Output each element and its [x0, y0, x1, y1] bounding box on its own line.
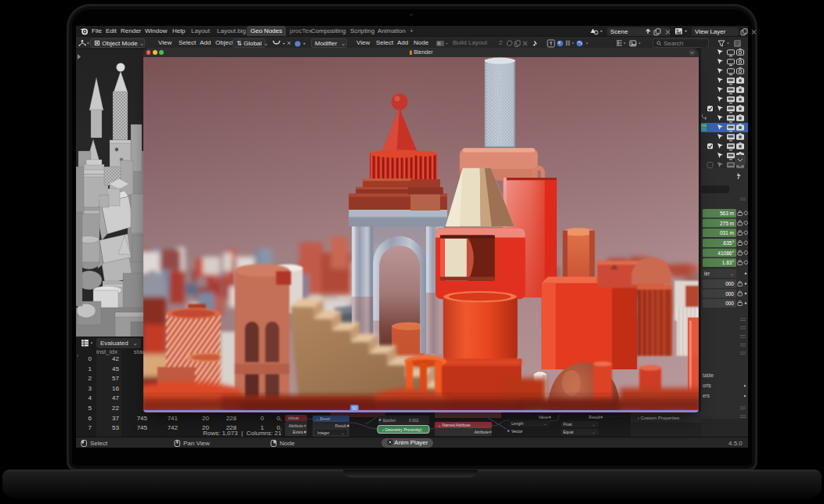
svg-text:› Custom Properties: › Custom Properties [638, 416, 679, 420]
svg-text:Integer: Integer [317, 430, 330, 435]
svg-text:563 m: 563 m [720, 211, 734, 216]
svg-text:› Geometry Proximity): › Geometry Proximity) [382, 427, 422, 432]
svg-text:1.83°: 1.83° [722, 260, 735, 265]
svg-text:Result: Result [589, 415, 601, 419]
svg-text:⌄: ⌄ [342, 430, 345, 435]
svg-text:Epsilon: Epsilon [383, 418, 396, 423]
svg-text:Vector: Vector [511, 429, 523, 434]
svg-text:⌄: ⌄ [544, 421, 547, 426]
svg-text:.635°: .635° [722, 240, 735, 246]
svg-text:Result: Result [335, 423, 347, 428]
svg-text:000: 000 [725, 291, 734, 297]
svg-text:41086°: 41086° [717, 250, 734, 256]
svg-text:Equal: Equal [563, 430, 573, 434]
svg-text:Value: Value [539, 415, 549, 419]
svg-text:000: 000 [725, 301, 734, 306]
svg-text:031 m: 031 m [720, 230, 734, 236]
svg-text:Attribute: Attribute [474, 430, 489, 434]
svg-text:ers: ers [703, 393, 710, 398]
svg-text:⌄ Named Attribute: ⌄ Named Attribute [438, 423, 471, 427]
svg-text:orts: orts [703, 383, 712, 388]
svg-text:⌄: ⌄ [592, 422, 595, 427]
svg-text:Float: Float [563, 422, 573, 427]
svg-text:table: table [703, 373, 714, 378]
svg-text:Exists: Exists [293, 430, 304, 434]
svg-text:⌄: ⌄ [730, 271, 734, 276]
svg-text:⌄ Bevel: ⌄ Bevel [316, 416, 330, 421]
svg-text:tribute: tribute [288, 416, 299, 420]
svg-text:Length: Length [511, 421, 524, 426]
svg-text:ler: ler [704, 271, 710, 276]
svg-text:275 m: 275 m [720, 221, 734, 226]
svg-text:Attribute: Attribute [288, 423, 303, 428]
svg-text:⌄: ⌄ [592, 430, 595, 434]
svg-text:000: 000 [725, 281, 734, 286]
svg-text:0.001: 0.001 [409, 418, 419, 423]
